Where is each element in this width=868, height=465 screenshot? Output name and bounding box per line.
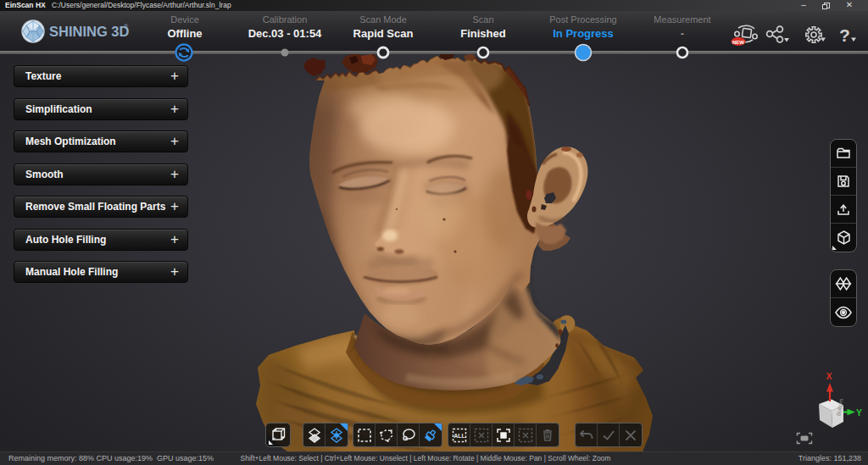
- svg-text:X: X: [826, 371, 832, 381]
- svg-text:®: ®: [124, 24, 129, 30]
- svg-text:SHINING 3D: SHINING 3D: [49, 24, 130, 39]
- svg-text:Y: Y: [856, 407, 862, 418]
- svg-text:NEW: NEW: [732, 40, 744, 45]
- svg-text:ALL: ALL: [453, 433, 465, 439]
- svg-text:?: ?: [839, 25, 850, 45]
